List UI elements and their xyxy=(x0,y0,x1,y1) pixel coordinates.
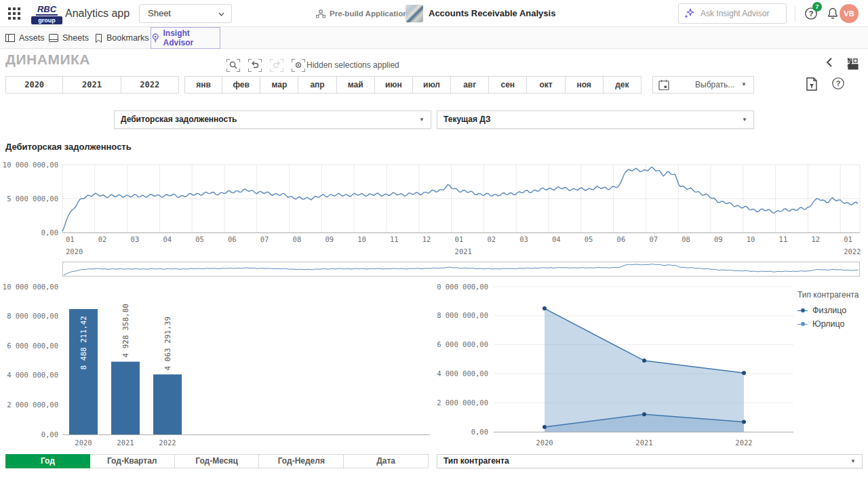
receivables-by-year-bar-chart[interactable]: 0,002 000 000,004 000 000,006 000 000,00… xyxy=(0,282,437,451)
month-filter-мар[interactable]: мар xyxy=(260,76,298,94)
month-filter-май[interactable]: май xyxy=(337,76,375,94)
svg-text:07: 07 xyxy=(260,235,269,243)
space-breadcrumb[interactable]: Pre-build Applications xyxy=(316,0,412,27)
svg-text:06: 06 xyxy=(228,235,237,243)
hidden-selections-icon[interactable] xyxy=(292,59,305,72)
time-button-Дата[interactable]: Дата xyxy=(344,454,429,468)
space-icon xyxy=(316,9,326,18)
svg-text:10: 10 xyxy=(747,235,755,243)
svg-text:11: 11 xyxy=(390,235,399,243)
time-button-Год-Неделя[interactable]: Год-Неделя xyxy=(259,454,344,468)
prev-sheet-icon[interactable] xyxy=(823,56,837,69)
caret-down-icon: ▼ xyxy=(741,77,747,93)
svg-text:2 000 000,00: 2 000 000,00 xyxy=(437,399,488,407)
month-filter-авг[interactable]: авг xyxy=(451,76,489,94)
svg-text:0,00: 0,00 xyxy=(471,428,488,436)
undo-selection-icon[interactable] xyxy=(248,59,262,72)
legend-item-fizlico[interactable]: Физлицо xyxy=(797,306,865,315)
chevron-down-icon xyxy=(218,12,224,16)
app-title: Analytics app xyxy=(65,0,130,27)
measure-dropdown-value: Дебиторская задолженность xyxy=(121,111,237,128)
svg-text:02: 02 xyxy=(98,235,107,243)
time-button-Год-Месяц[interactable]: Год-Месяц xyxy=(175,454,260,468)
avatar[interactable]: VB xyxy=(840,4,859,23)
bookmark-icon xyxy=(95,34,102,43)
lightbulb-icon xyxy=(151,33,159,43)
svg-text:2020: 2020 xyxy=(536,439,553,447)
tab-sheets[interactable]: Sheets xyxy=(49,27,89,49)
month-filter-ноя[interactable]: ноя xyxy=(566,76,604,94)
debt-type-dropdown[interactable]: Текущая ДЗ ▼ xyxy=(437,110,754,129)
svg-text:06: 06 xyxy=(617,235,626,243)
ask-insight-advisor-input[interactable]: Ask Insight Advisor xyxy=(678,3,787,24)
svg-text:11: 11 xyxy=(779,235,788,243)
line-marker-icon xyxy=(797,308,808,313)
insight-advisor-button[interactable]: Insight Advisor xyxy=(151,27,220,49)
caret-down-icon: ▼ xyxy=(850,455,856,468)
month-filter-сен[interactable]: сен xyxy=(489,76,527,94)
tab-bookmarks[interactable]: Bookmarks xyxy=(95,27,149,49)
svg-text:4 063 291,39: 4 063 291,39 xyxy=(163,317,172,370)
selections-toolbar: Assets Sheets Bookmarks Insight Advisor xyxy=(0,27,868,49)
time-button-Год-Квартал[interactable]: Год-Квартал xyxy=(90,454,175,468)
chart-range-navigator[interactable] xyxy=(62,262,860,277)
svg-text:6 000 000,00: 6 000 000,00 xyxy=(437,340,488,348)
svg-text:2020: 2020 xyxy=(66,247,83,256)
dimension-dropdown[interactable]: Тип контрагента ▼ xyxy=(437,454,863,468)
month-filter-июн[interactable]: июн xyxy=(375,76,413,94)
svg-text:10 000 000,00: 10 000 000,00 xyxy=(437,283,488,291)
svg-text:6 000 000,00: 6 000 000,00 xyxy=(7,342,58,350)
sheet-help-icon[interactable]: ? xyxy=(831,77,845,90)
svg-text:12: 12 xyxy=(811,235,820,243)
tab-bookmarks-label: Bookmarks xyxy=(106,33,149,43)
more-options-icon[interactable]: ⋯ xyxy=(537,0,548,27)
app-thumbnail xyxy=(406,5,423,22)
search-selections-icon[interactable] xyxy=(226,59,240,72)
tab-assets[interactable]: Assets xyxy=(5,27,45,49)
month-filter-янв[interactable]: янв xyxy=(184,76,222,94)
legend-title: Тип контрагента xyxy=(797,290,865,300)
insight-advisor-label: Insight Advisor xyxy=(163,28,220,47)
space-label: Pre-build Applications xyxy=(330,9,412,18)
svg-text:0,00: 0,00 xyxy=(41,228,58,237)
year-filter-2021[interactable]: 2021 xyxy=(63,76,121,94)
sheet-selector[interactable]: Sheet xyxy=(139,4,232,23)
month-filter-окт[interactable]: окт xyxy=(527,76,565,94)
svg-text:03: 03 xyxy=(131,235,140,243)
receivables-line-chart[interactable]: 0,005 000 000,0010 000 000,0001020304050… xyxy=(0,155,868,258)
time-button-Год[interactable]: Год xyxy=(5,454,90,468)
ask-placeholder: Ask Insight Advisor xyxy=(701,4,769,23)
app-launcher-icon[interactable] xyxy=(8,7,20,20)
redo-selection-icon[interactable] xyxy=(270,59,283,72)
month-filter-дек[interactable]: дек xyxy=(604,76,642,94)
date-picker-value: Выбрать... xyxy=(695,77,734,93)
svg-text:01: 01 xyxy=(66,235,75,243)
measure-dropdown[interactable]: Дебиторская задолженность ▼ xyxy=(114,110,431,129)
svg-text:08: 08 xyxy=(293,235,302,243)
svg-text:04: 04 xyxy=(163,235,172,243)
year-filter-2022[interactable]: 2022 xyxy=(121,76,179,94)
svg-text:2 000 000,00: 2 000 000,00 xyxy=(7,401,58,409)
svg-text:4 000 000,00: 4 000 000,00 xyxy=(437,369,488,378)
debt-type-dropdown-value: Текущая ДЗ xyxy=(443,111,491,128)
svg-text:2021: 2021 xyxy=(635,439,652,447)
month-filter-фев[interactable]: фев xyxy=(222,76,260,94)
svg-text:07: 07 xyxy=(649,235,658,243)
month-filter-апр[interactable]: апр xyxy=(298,76,336,94)
selections-tool-icon[interactable] xyxy=(804,77,819,92)
sparkle-icon xyxy=(684,8,695,19)
legend-item-jurlico[interactable]: Юрлицо xyxy=(797,319,865,329)
svg-text:8 000 000,00: 8 000 000,00 xyxy=(7,312,58,320)
year-filter-2020[interactable]: 2020 xyxy=(5,76,63,94)
app-root: RBC group Analytics app Sheet Pre-build … xyxy=(0,0,868,488)
bell-icon[interactable] xyxy=(826,7,840,20)
topbar-divider xyxy=(795,5,795,22)
svg-text:10: 10 xyxy=(357,235,366,243)
date-picker[interactable]: Выбрать... ▼ xyxy=(652,76,754,94)
svg-text:08: 08 xyxy=(682,235,690,243)
logo-text-rbc: RBC xyxy=(36,5,58,16)
svg-text:05: 05 xyxy=(195,235,204,243)
next-sheet-icon[interactable] xyxy=(842,56,856,69)
svg-text:2020: 2020 xyxy=(75,439,92,447)
month-filter-июл[interactable]: июл xyxy=(413,76,451,94)
